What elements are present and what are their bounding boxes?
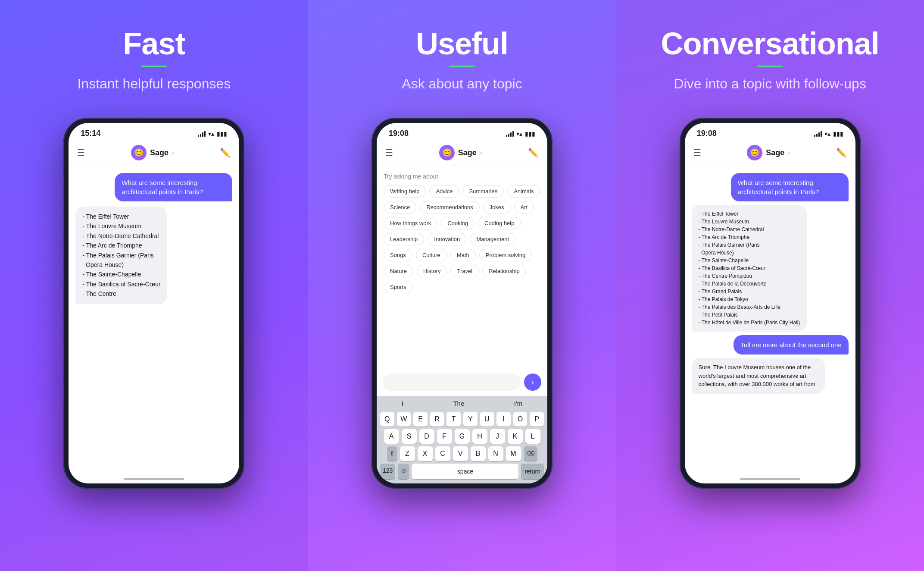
topic-jokes[interactable]: Jokes: [483, 201, 511, 213]
keyboard-useful[interactable]: I The I'm Q W E R T Y U I O P: [377, 396, 547, 483]
chevron-icon-useful: ›: [480, 149, 482, 156]
topic-advice[interactable]: Advice: [429, 185, 459, 198]
panel-useful-title: Useful: [416, 26, 508, 61]
key-i[interactable]: I: [496, 412, 511, 427]
backspace-key[interactable]: ⌫: [524, 446, 537, 461]
header-center-fast[interactable]: 😊 Sage ›: [131, 145, 174, 160]
avatar-conv: 😊: [747, 145, 762, 160]
space-key[interactable]: space: [412, 464, 519, 479]
status-bar-conv: 19:08 ▾▴ ▮▮▮: [685, 123, 855, 141]
topic-innovation[interactable]: Innovation: [428, 233, 466, 245]
topic-nature[interactable]: Nature: [384, 265, 413, 277]
followup-bubble-conv: Tell me more about the second one: [734, 335, 848, 355]
key-t[interactable]: T: [446, 412, 461, 427]
app-header-conv: ☰ 😊 Sage › ✏️: [685, 141, 855, 166]
topic-recommendations[interactable]: Recommendations: [420, 201, 479, 213]
key-l[interactable]: L: [525, 429, 540, 444]
send-button-useful[interactable]: ›: [524, 373, 541, 391]
conversational-underline: [757, 66, 783, 67]
key-j[interactable]: J: [490, 429, 505, 444]
user-bubble-conv: What are some interesting architectural …: [731, 173, 849, 201]
key-p[interactable]: P: [530, 412, 544, 427]
home-indicator-conv: [740, 478, 800, 480]
topic-science[interactable]: Science: [384, 201, 416, 213]
key-s[interactable]: S: [402, 429, 417, 444]
key-b[interactable]: B: [471, 446, 486, 461]
phone-fast: 15:14 ▾▴ ▮▮▮ ☰: [63, 118, 244, 489]
return-key[interactable]: return: [521, 464, 544, 479]
edit-icon-useful[interactable]: ✏️: [528, 147, 539, 158]
topic-culture[interactable]: Culture: [416, 249, 447, 261]
key-q[interactable]: Q: [380, 412, 394, 427]
topic-history[interactable]: History: [417, 265, 447, 277]
key-n[interactable]: N: [488, 446, 503, 461]
text-input-useful[interactable]: [383, 373, 521, 391]
suggestion-2[interactable]: The: [453, 400, 464, 407]
avatar-useful: 😊: [439, 145, 455, 160]
key-v[interactable]: V: [453, 446, 468, 461]
chat-area-fast: What are some interesting architectural …: [69, 166, 239, 474]
menu-icon-useful[interactable]: ☰: [385, 147, 393, 158]
keyboard-row-1: Q W E R T Y U I O P: [377, 411, 547, 428]
key-y[interactable]: Y: [463, 412, 478, 427]
key-m[interactable]: M: [506, 446, 521, 461]
key-g[interactable]: G: [455, 429, 470, 444]
topic-cooking[interactable]: Cooking: [441, 217, 474, 229]
status-time-conv: 19:08: [697, 129, 717, 138]
key-r[interactable]: R: [430, 412, 444, 427]
keyboard-suggestions: I The I'm: [377, 396, 547, 411]
topic-art[interactable]: Art: [514, 201, 534, 213]
topic-math[interactable]: Math: [450, 249, 476, 261]
topic-problem-solving[interactable]: Problem solving: [479, 249, 532, 261]
wifi-icon-conv: ▾▴: [824, 130, 830, 137]
edit-icon-fast[interactable]: ✏️: [220, 147, 231, 158]
chat-area-conv: What are some interesting architectural …: [685, 166, 855, 474]
key-u[interactable]: U: [480, 412, 494, 427]
key-d[interactable]: D: [419, 429, 434, 444]
key-k[interactable]: K: [508, 429, 523, 444]
key-w[interactable]: W: [397, 412, 411, 427]
topic-summaries[interactable]: Summaries: [462, 185, 504, 198]
signal-icon-useful: [506, 131, 514, 137]
topic-relationship[interactable]: Relationship: [482, 265, 526, 277]
fast-underline: [141, 66, 167, 67]
signal-icon: [198, 131, 206, 137]
key-a[interactable]: A: [384, 429, 399, 444]
topic-management[interactable]: Management: [470, 233, 515, 245]
topic-how-things-work[interactable]: How things work: [384, 217, 437, 229]
emoji-key[interactable]: ☺: [398, 464, 409, 479]
user-bubble-fast: What are some interesting architectural …: [115, 173, 232, 201]
suggestion-1[interactable]: I: [402, 400, 403, 407]
panel-conversational: Conversational Dive into a topic with fo…: [616, 0, 924, 571]
status-icons-conv: ▾▴ ▮▮▮: [814, 130, 843, 137]
topic-travel[interactable]: Travel: [450, 265, 479, 277]
wifi-icon-useful: ▾▴: [516, 130, 522, 137]
topic-leadership[interactable]: Leadership: [384, 233, 424, 245]
key-x[interactable]: X: [418, 446, 433, 461]
menu-icon[interactable]: ☰: [77, 147, 85, 158]
menu-icon-conv[interactable]: ☰: [693, 147, 701, 158]
key-z[interactable]: Z: [400, 446, 415, 461]
panel-conversational-title: Conversational: [661, 26, 879, 61]
ai-bubble-fast: - The Eiffel Tower - The Louvre Museum -…: [75, 207, 167, 304]
topic-sports[interactable]: Sports: [384, 281, 413, 293]
chevron-icon-conv: ›: [788, 149, 790, 156]
header-center-useful[interactable]: 😊 Sage ›: [439, 145, 482, 160]
suggestion-3[interactable]: I'm: [514, 400, 523, 407]
edit-icon-conv[interactable]: ✏️: [836, 147, 847, 158]
input-area-useful: ›: [377, 369, 547, 396]
status-icons-useful: ▾▴ ▮▮▮: [506, 130, 535, 137]
panel-useful-subtitle: Ask about any topic: [402, 76, 522, 92]
key-o[interactable]: O: [513, 412, 528, 427]
numbers-key[interactable]: 123: [380, 464, 395, 479]
header-center-conv[interactable]: 😊 Sage ›: [747, 145, 790, 160]
topic-writing-help[interactable]: Writing help: [384, 185, 426, 198]
topic-songs[interactable]: Songs: [384, 249, 412, 261]
topic-animals[interactable]: Animals: [507, 185, 540, 198]
key-c[interactable]: C: [435, 446, 450, 461]
key-h[interactable]: H: [472, 429, 487, 444]
key-f[interactable]: F: [437, 429, 452, 444]
topic-coding-help[interactable]: Coding help: [478, 217, 521, 229]
shift-key[interactable]: ⇧: [387, 446, 397, 461]
key-e[interactable]: E: [413, 412, 428, 427]
